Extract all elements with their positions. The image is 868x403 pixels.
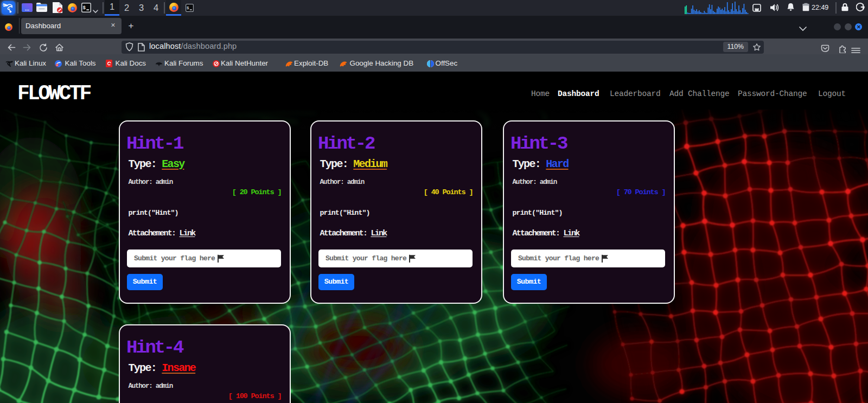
- svg-text:$: $: [187, 6, 189, 10]
- svg-text:$: $: [83, 5, 86, 11]
